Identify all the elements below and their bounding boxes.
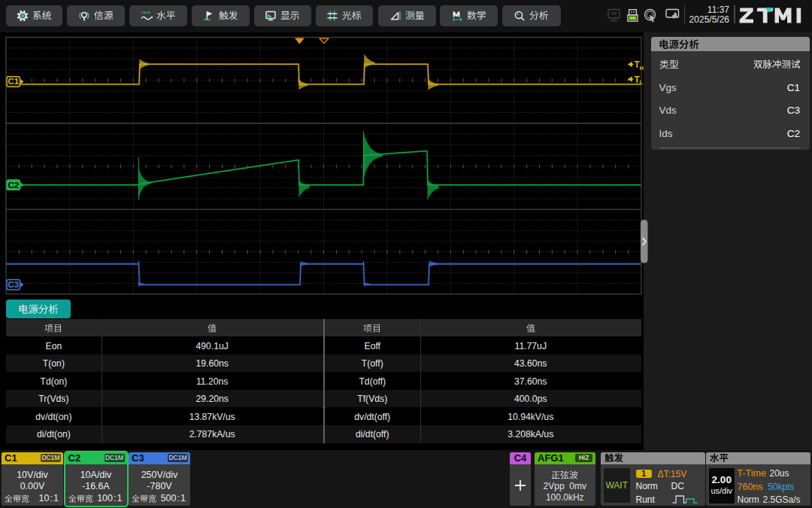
svg-text:C1: C1 (8, 77, 19, 86)
svg-text:C2: C2 (8, 181, 19, 190)
svg-text:L: L (640, 79, 644, 86)
svg-text:C3: C3 (8, 280, 19, 289)
svg-text:H: H (640, 65, 644, 71)
